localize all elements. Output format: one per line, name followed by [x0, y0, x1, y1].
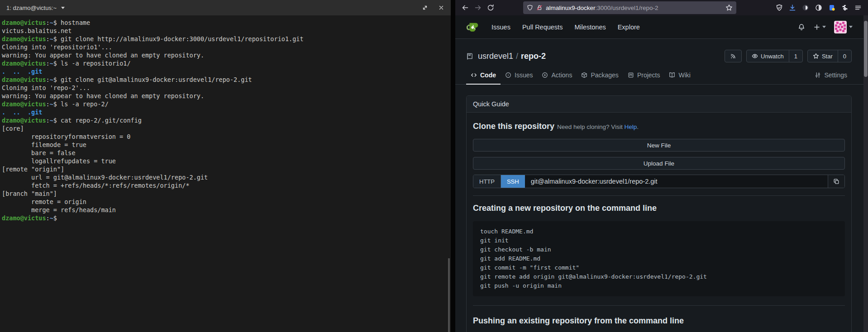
back-button[interactable]: [459, 1, 472, 14]
tab-actions[interactable]: Actions: [537, 68, 577, 85]
star-button-group: Star 0: [807, 50, 852, 62]
forward-icon: [474, 4, 482, 11]
clone-help-text: Need help cloning? Visit: [557, 123, 623, 130]
terminal-line: victus.balaitus.net: [2, 27, 449, 35]
repo-tabs: Code Issues Actions Packages Projects: [455, 68, 863, 85]
notifications-bell-icon[interactable]: [798, 24, 805, 31]
divider: [473, 305, 845, 306]
insecure-lock-icon[interactable]: [536, 5, 543, 11]
gitea-page: Issues Pull Requests Milestones Explore: [455, 15, 863, 332]
browser-window: almalinux9-docker:3000/usrdevel1/repo-2: [455, 0, 868, 332]
nav-item-explore[interactable]: Explore: [618, 24, 640, 31]
tab-label: Settings: [824, 71, 847, 79]
browser-scrollbar-thumb[interactable]: [864, 21, 868, 77]
clone-heading-text: Clone this repository: [473, 122, 554, 131]
creating-repo-code-block: touch README.mdgit initgit checkout -b m…: [473, 221, 845, 296]
watchers-count[interactable]: 1: [789, 50, 802, 62]
book-icon: [669, 72, 675, 78]
dark-circle-extension-icon[interactable]: [802, 4, 809, 11]
close-window-icon[interactable]: [438, 5, 444, 11]
nav-item-pull-requests[interactable]: Pull Requests: [522, 24, 563, 31]
url-text[interactable]: almalinux9-docker:3000/usrdevel1/repo-2: [546, 5, 722, 11]
quick-guide-header: Quick Guide: [467, 96, 851, 113]
star-icon: [813, 53, 819, 59]
terminal-line: Cloning into 'repositorio1'...: [2, 43, 449, 51]
terminal-line: filemode = true: [2, 141, 449, 149]
terminal-line: . .. .git: [2, 108, 449, 116]
url-bar[interactable]: almalinux9-docker:3000/usrdevel1/repo-2: [523, 1, 736, 14]
terminal-title: 1: dzamo@victus:~: [6, 5, 57, 11]
terminal-line: dzamo@victus:~$: [2, 214, 449, 222]
stars-count[interactable]: 0: [838, 50, 851, 62]
terminal-line: dzamo@victus:~$ cat repo-2/.git/config: [2, 116, 449, 124]
rss-button[interactable]: [725, 50, 742, 62]
tab-issues[interactable]: Issues: [501, 68, 537, 85]
chevron-down-icon: [822, 26, 826, 28]
reload-button[interactable]: [484, 1, 497, 14]
create-new-button[interactable]: [813, 24, 826, 31]
tab-settings[interactable]: Settings: [810, 68, 852, 85]
terminal-line: [remote "origin"]: [2, 165, 449, 173]
terminal-line: . .. .git: [2, 67, 449, 76]
pushing-repo-heading: Pushing an existing repository from the …: [473, 315, 845, 327]
repo-name-link[interactable]: repo-2: [521, 52, 546, 61]
terminal-scrollbar[interactable]: [448, 258, 450, 332]
new-file-button[interactable]: New File: [473, 139, 845, 152]
tab-projects[interactable]: Projects: [623, 68, 665, 85]
terminal-line: merge = refs/heads/main: [2, 206, 449, 214]
unwatch-button[interactable]: Unwatch: [747, 50, 789, 62]
clone-url-input[interactable]: [525, 175, 828, 188]
ssh-toggle[interactable]: SSH: [501, 175, 525, 188]
copy-icon: [833, 178, 839, 185]
url-host: almalinux9-docker: [546, 5, 596, 11]
rss-icon: [730, 53, 736, 59]
terminal-line: logallrefupdates = true: [2, 157, 449, 165]
eye-icon: [752, 53, 758, 59]
nav-item-issues[interactable]: Issues: [491, 24, 510, 31]
code-line: git add README.md: [480, 254, 838, 263]
code-icon: [471, 72, 477, 78]
toolbar-extensions: [776, 4, 868, 11]
tab-label: Wiki: [678, 71, 690, 79]
shield-check-extension-icon[interactable]: [776, 4, 783, 11]
tab-label: Code: [480, 71, 496, 79]
restore-window-icon[interactable]: [422, 5, 428, 11]
help-link[interactable]: Help: [624, 123, 637, 130]
terminal-output: dzamo@victus:~$ hostnamevictus.balaitus.…: [0, 15, 451, 222]
tab-packages[interactable]: Packages: [577, 68, 623, 85]
application-menu-icon[interactable]: [854, 4, 862, 11]
clone-url-row: HTTP SSH: [473, 175, 845, 188]
extensions-puzzle-icon[interactable]: [841, 4, 849, 11]
code-line: git push -u origin main: [480, 281, 838, 290]
star-button[interactable]: Star: [808, 50, 838, 62]
tab-label: Projects: [637, 71, 660, 79]
code-line: git commit -m "first commit": [480, 263, 838, 272]
forward-button[interactable]: [472, 1, 484, 14]
star-label: Star: [822, 53, 833, 60]
copy-url-button[interactable]: [828, 175, 844, 188]
upload-file-button[interactable]: Upload File: [473, 157, 845, 170]
repo-title: usrdevel1/repo-2: [478, 52, 546, 61]
half-circle-extension-icon[interactable]: [815, 4, 822, 11]
gitea-logo[interactable]: [466, 20, 480, 34]
nav-item-milestones[interactable]: Milestones: [574, 24, 606, 31]
bookmark-star-icon[interactable]: [725, 4, 733, 11]
terminal-line: url = git@almalinux9-docker:usrdevel1/re…: [2, 173, 449, 181]
code-line: git init: [480, 236, 838, 245]
blue-document-extension-icon[interactable]: [828, 4, 835, 11]
url-path: :3000/usrdevel1/repo-2: [596, 5, 658, 11]
downloads-icon[interactable]: [789, 4, 796, 11]
creating-repo-heading: Creating a new repository on the command…: [473, 202, 845, 214]
tab-wiki[interactable]: Wiki: [664, 68, 695, 85]
terminal-title-dropdown-icon[interactable]: [61, 7, 65, 9]
http-toggle[interactable]: HTTP: [473, 175, 501, 188]
repo-owner-link[interactable]: usrdevel1: [478, 52, 513, 61]
terminal-line: bare = false: [2, 149, 449, 157]
project-board-icon: [628, 72, 634, 78]
divider: [473, 195, 845, 196]
tracking-shield-icon[interactable]: [527, 5, 533, 11]
terminal-line: Cloning into 'repo-2'...: [2, 84, 449, 92]
tab-code[interactable]: Code: [466, 68, 501, 85]
user-menu[interactable]: [834, 21, 853, 33]
tab-label: Actions: [551, 71, 572, 79]
